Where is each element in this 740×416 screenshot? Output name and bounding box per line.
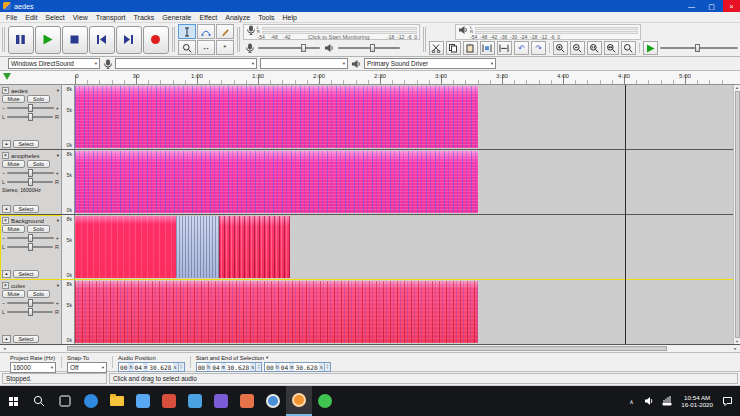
collapse-track-button[interactable]: ▴ bbox=[2, 140, 11, 148]
time-shift-tool-button[interactable]: ↔ bbox=[197, 40, 215, 55]
pan-slider[interactable] bbox=[7, 246, 53, 248]
pan-thumb[interactable] bbox=[28, 113, 33, 121]
menu-edit[interactable]: Edit bbox=[21, 14, 41, 21]
selection-mode-dropdown[interactable]: Start and End of Selection▾ bbox=[196, 354, 331, 361]
solo-button[interactable]: Solo bbox=[27, 160, 50, 168]
collapse-track-button[interactable]: ▴ bbox=[2, 205, 11, 213]
redo-button[interactable]: ↷ bbox=[531, 41, 546, 55]
recording-volume-slider[interactable] bbox=[258, 47, 320, 49]
taskbar-app-whatsapp[interactable] bbox=[312, 386, 338, 416]
mute-button[interactable]: Mute bbox=[2, 160, 25, 168]
record-button[interactable] bbox=[143, 26, 169, 54]
spectrogram-clip[interactable] bbox=[75, 151, 478, 213]
track-canvas[interactable] bbox=[75, 215, 740, 279]
track-close-button[interactable]: × bbox=[2, 87, 9, 94]
track-canvas[interactable] bbox=[75, 280, 740, 344]
track-close-button[interactable]: × bbox=[2, 217, 9, 224]
pan-slider[interactable] bbox=[7, 311, 53, 313]
time-spinner[interactable]: ▴▾ bbox=[178, 363, 184, 371]
select-track-button[interactable]: Select bbox=[13, 205, 39, 213]
taskbar-app-audacity[interactable] bbox=[286, 386, 312, 416]
select-track-button[interactable]: Select bbox=[13, 270, 39, 278]
track-menu-icon[interactable]: ▾ bbox=[57, 153, 59, 158]
project-rate-select[interactable]: 16000▾ bbox=[10, 362, 56, 373]
taskbar-app-office[interactable] bbox=[234, 386, 260, 416]
track-name[interactable]: Background bbox=[11, 217, 44, 224]
toolbar-gripper[interactable] bbox=[237, 27, 240, 52]
zoom-in-button[interactable] bbox=[553, 41, 568, 55]
copy-button[interactable] bbox=[446, 41, 461, 55]
select-track-button[interactable]: Select bbox=[13, 140, 39, 148]
recording-meter[interactable]: LR -54 -48 -42 Click to Start Monitoring… bbox=[243, 24, 420, 40]
menu-help[interactable]: Help bbox=[279, 14, 301, 21]
pan-slider[interactable] bbox=[7, 116, 53, 118]
scroll-left-icon[interactable]: ◄ bbox=[0, 346, 9, 351]
menu-view[interactable]: View bbox=[69, 14, 92, 21]
gain-slider[interactable] bbox=[7, 302, 54, 304]
solo-button[interactable]: Solo bbox=[27, 225, 50, 233]
zoom-tool-button[interactable] bbox=[178, 40, 196, 55]
pan-thumb[interactable] bbox=[28, 243, 33, 251]
spectrogram-clip[interactable] bbox=[75, 86, 478, 148]
trim-audio-button[interactable] bbox=[480, 41, 495, 55]
vertical-scrollbar[interactable]: ▲ ▼ bbox=[733, 85, 740, 344]
taskbar-app-photos[interactable] bbox=[182, 386, 208, 416]
gain-thumb[interactable] bbox=[28, 169, 33, 177]
tray-volume[interactable] bbox=[640, 396, 658, 406]
mute-button[interactable]: Mute bbox=[2, 95, 25, 103]
time-spinner[interactable]: ▴▾ bbox=[324, 363, 330, 371]
cut-button[interactable] bbox=[429, 41, 444, 55]
horizontal-scroll-thumb[interactable] bbox=[67, 346, 667, 351]
audio-host-select[interactable]: Windows DirectSound▾ bbox=[8, 58, 100, 69]
playback-speed-slider[interactable] bbox=[660, 47, 738, 49]
undo-button[interactable]: ↶ bbox=[514, 41, 529, 55]
menu-file[interactable]: File bbox=[2, 14, 21, 21]
menu-select[interactable]: Select bbox=[41, 14, 68, 21]
taskbar-app-mail[interactable] bbox=[156, 386, 182, 416]
track-menu-icon[interactable]: ▾ bbox=[57, 283, 59, 288]
spectrogram-clip[interactable] bbox=[75, 281, 478, 343]
taskbar-clock[interactable]: 10:54 AM 16-01-2020 bbox=[676, 394, 718, 409]
track-name[interactable]: aedes bbox=[11, 87, 28, 94]
snap-to-select[interactable]: Off▾ bbox=[67, 362, 107, 373]
track-name[interactable]: anopheles bbox=[11, 152, 40, 159]
taskbar-app-chrome[interactable] bbox=[260, 386, 286, 416]
playback-device-select[interactable]: Primary Sound Driver▾ bbox=[364, 58, 496, 69]
solo-button[interactable]: Solo bbox=[27, 290, 50, 298]
taskbar-app-edge[interactable] bbox=[78, 386, 104, 416]
vertical-scale-ruler[interactable]: 8k 5k 0k bbox=[62, 215, 75, 279]
scroll-up-icon[interactable]: ▲ bbox=[735, 85, 739, 90]
menu-analyze[interactable]: Analyze bbox=[221, 14, 254, 21]
envelope-tool-button[interactable] bbox=[197, 24, 215, 39]
pan-thumb[interactable] bbox=[28, 178, 33, 186]
track-canvas[interactable] bbox=[75, 150, 740, 214]
toolbar-gripper[interactable] bbox=[2, 27, 5, 52]
minimize-button[interactable]: — bbox=[683, 0, 700, 12]
gain-thumb[interactable] bbox=[28, 104, 33, 112]
pan-slider[interactable] bbox=[7, 181, 53, 183]
recording-channels-select[interactable]: ▾ bbox=[260, 58, 348, 69]
task-view-button[interactable] bbox=[52, 386, 78, 416]
toolbar-gripper[interactable] bbox=[423, 27, 426, 52]
playback-volume-thumb[interactable] bbox=[370, 44, 375, 52]
menu-tracks[interactable]: Tracks bbox=[130, 14, 159, 21]
taskbar-app-vscode[interactable] bbox=[208, 386, 234, 416]
audio-position-field[interactable]: 00h04m30.628s ▴▾ bbox=[118, 362, 185, 372]
mute-button[interactable]: Mute bbox=[2, 290, 25, 298]
selection-end-field[interactable]: 00h04m30.628s ▴▾ bbox=[264, 362, 331, 372]
solo-button[interactable]: Solo bbox=[27, 95, 50, 103]
skip-to-start-button[interactable] bbox=[89, 26, 115, 54]
gain-slider[interactable] bbox=[7, 172, 54, 174]
pan-thumb[interactable] bbox=[28, 308, 33, 316]
track-close-button[interactable]: × bbox=[2, 152, 9, 159]
draw-tool-button[interactable] bbox=[216, 24, 234, 39]
menu-tools[interactable]: Tools bbox=[254, 14, 278, 21]
select-track-button[interactable]: Select bbox=[13, 335, 39, 343]
playhead-pin-icon[interactable] bbox=[3, 73, 11, 80]
track-menu-icon[interactable]: ▾ bbox=[57, 218, 59, 223]
fit-project-button[interactable] bbox=[604, 41, 619, 55]
collapse-track-button[interactable]: ▴ bbox=[2, 270, 11, 278]
silence-audio-button[interactable] bbox=[497, 41, 512, 55]
gain-slider[interactable] bbox=[7, 237, 54, 239]
gain-thumb[interactable] bbox=[28, 234, 33, 242]
